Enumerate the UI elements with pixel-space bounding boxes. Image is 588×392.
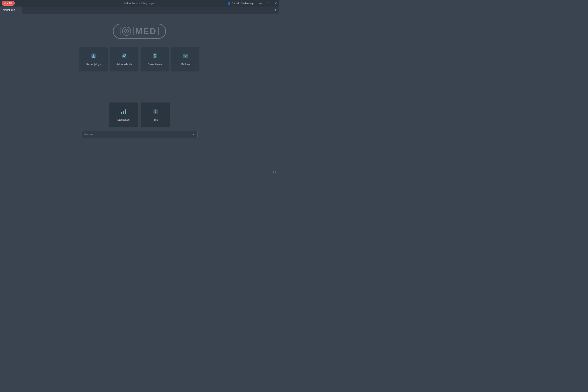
statistiken-icon (120, 108, 127, 116)
tab-neuer[interactable]: Neuer Tab ✕ (0, 6, 22, 14)
logo-circle-icon (122, 27, 131, 36)
new-tab-button[interactable]: + (272, 6, 279, 14)
grid-bottom: Statistiken ? Hilfe (108, 102, 170, 127)
maximize-button[interactable]: ☐ (265, 0, 271, 6)
logo-main-text: MED (135, 26, 156, 36)
hilfe-label: Hilfe (153, 118, 158, 121)
hilfe-icon: ? (152, 108, 159, 116)
notification-text: Keine Benachrichtigungen (124, 2, 155, 5)
svg-rect-14 (123, 111, 124, 114)
rezeptieren-button[interactable]: Rezeptieren (141, 47, 169, 72)
logo-bar-mid (133, 27, 134, 35)
logo-bar-right (158, 27, 159, 35)
tabbar: Neuer Tab ✕ + (0, 6, 279, 14)
logo-area: MED (113, 24, 166, 39)
svg-point-1 (126, 30, 127, 31)
minimize-button[interactable]: — (257, 0, 264, 6)
tab-label: Neuer Tab (3, 8, 15, 12)
rezeptieren-label: Rezeptieren (148, 63, 162, 66)
titlebar: ⊕ MED Keine Benachrichtigungen 👤 Garfiel… (0, 0, 279, 6)
addressbuch-button[interactable]: Addressbuch (110, 47, 138, 72)
kartei-label: Kartei (allg.) (86, 63, 101, 66)
kartei-icon (90, 53, 97, 61)
modules-label: Module (84, 133, 93, 136)
statistiken-label: Statistiken (118, 118, 130, 121)
tab-close-icon[interactable]: ✕ (16, 8, 19, 12)
svg-rect-4 (122, 54, 126, 58)
user-icon: 👤 (228, 2, 231, 5)
chevron-down-icon: ▼ (192, 133, 195, 136)
logo-bar-left (120, 27, 120, 35)
svg-rect-12 (183, 54, 188, 58)
addressbuch-label: Addressbuch (116, 63, 132, 66)
svg-rect-15 (125, 110, 126, 114)
svg-text:?: ? (154, 110, 156, 113)
user-info: 👤 Garfield Breitenberg (226, 2, 256, 5)
settings-button[interactable]: ⚙ (273, 170, 276, 174)
svg-point-5 (123, 55, 124, 56)
kartei-button[interactable]: Kartei (allg.) (80, 47, 108, 72)
svg-point-3 (93, 54, 94, 56)
rezeptieren-icon (152, 53, 158, 61)
modules-dropdown[interactable]: Module ▼ (81, 131, 198, 138)
statistiken-button[interactable]: Statistiken (108, 102, 138, 127)
mailbox-icon (182, 53, 189, 61)
logo-pill: MED (113, 24, 166, 39)
app-logo-button[interactable]: ⊕ MED (2, 1, 15, 6)
user-name: Garfield Breitenberg (232, 2, 254, 5)
mailbox-button[interactable]: Mailbox (171, 47, 200, 72)
hilfe-button[interactable]: ? Hilfe (141, 102, 170, 127)
main-grid: Kartei (allg.) Addressbuch (80, 47, 200, 98)
mailbox-label: Mailbox (181, 63, 190, 66)
titlebar-right: 👤 Garfield Breitenberg — ☐ ✕ (226, 0, 279, 6)
addressbuch-icon (121, 53, 128, 61)
close-button[interactable]: ✕ (273, 0, 279, 6)
logo-text: MED (6, 2, 12, 4)
svg-rect-13 (121, 112, 122, 114)
main-content: MED Kartei (allg.) (0, 14, 279, 177)
logo-plus-icon: ⊕ (4, 2, 6, 5)
